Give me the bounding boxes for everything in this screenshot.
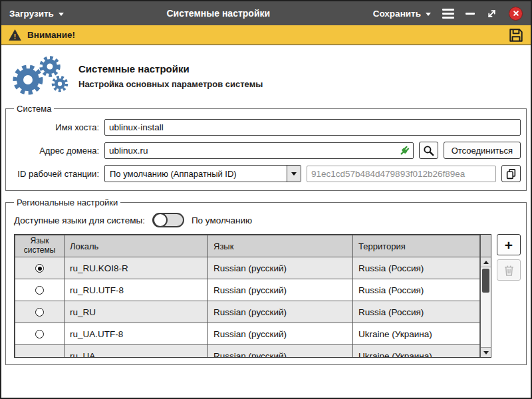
cell-territory: Russia (Россия) xyxy=(353,301,480,323)
page-subtitle: Настройка основных параметров системы xyxy=(78,79,263,89)
radio-icon[interactable] xyxy=(35,286,44,295)
system-section: Система Имя хоста: Адрес домена: xyxy=(5,104,527,191)
radio-icon[interactable] xyxy=(35,308,44,317)
radio-icon[interactable] xyxy=(35,330,44,338)
window-title: Системные настройки xyxy=(64,8,373,19)
domain-input[interactable] xyxy=(104,142,414,159)
page-header: Системные настройки Настройка основных п… xyxy=(1,51,531,102)
chevron-down-icon xyxy=(291,172,297,176)
locales-table-frame: Язык системы Локаль Язык Территория ru_R… xyxy=(14,234,491,358)
locales-table: Язык системы Локаль Язык Территория ru_R… xyxy=(15,235,480,358)
titlebar-controls: Сохранить xyxy=(373,7,523,21)
expand-button[interactable] xyxy=(486,8,497,19)
scroll-up-button[interactable] xyxy=(481,257,491,267)
cell-locale: ru_RU xyxy=(65,301,208,323)
toggle-knob-icon xyxy=(153,213,168,227)
locales-table-area: Язык системы Локаль Язык Территория ru_R… xyxy=(14,234,521,358)
chevron-down-icon xyxy=(426,13,431,16)
add-icon: + xyxy=(505,238,513,252)
page-header-text: Системные настройки Настройка основных п… xyxy=(78,63,263,89)
disconnect-button[interactable]: Отсоединиться xyxy=(444,142,521,159)
add-locale-button[interactable]: + xyxy=(497,234,521,255)
vertical-scrollbar[interactable] xyxy=(480,235,491,357)
titlebar: Загрузить Системные настройки Сохранить xyxy=(1,1,531,25)
scroll-up-icon xyxy=(483,261,489,264)
cell-language: Russian (русский) xyxy=(208,257,353,279)
radio-selected-icon[interactable] xyxy=(35,264,44,273)
col-header-territory: Территория xyxy=(353,235,480,257)
search-icon xyxy=(423,145,434,156)
cell-language: Russian (русский) xyxy=(208,323,353,345)
gears-icon xyxy=(8,55,69,97)
warning-text: Внимание! xyxy=(27,30,75,40)
station-id-mode-select[interactable]: По умолчанию (Аппаратный ID) xyxy=(104,165,301,182)
domain-search-button[interactable] xyxy=(419,142,438,159)
cell-language: Russian (русский) xyxy=(208,279,353,301)
scroll-down-button[interactable] xyxy=(481,347,491,357)
hostname-row: Имя хоста: xyxy=(11,119,521,136)
load-menu-button[interactable]: Загрузить xyxy=(9,9,64,19)
delete-locale-button-disabled xyxy=(497,259,521,281)
trash-icon xyxy=(504,265,514,276)
domain-row: Адрес домена: xyxy=(11,142,521,159)
save-menu-label: Сохранить xyxy=(373,9,421,19)
cell-language: Russian (русский) xyxy=(208,301,353,323)
station-id-label: ID рабочей станции: xyxy=(11,169,99,179)
table-row[interactable]: ru_RU Russian (русский) Russia (Россия) xyxy=(15,301,480,323)
minimize-button[interactable] xyxy=(466,13,475,15)
domain-label: Адрес домена: xyxy=(11,146,99,156)
station-id-mode-value: По умолчанию (Аппаратный ID) xyxy=(105,166,287,182)
cell-territory: Ukraine (Украина) xyxy=(353,345,480,358)
languages-label: Доступные языки для системы: xyxy=(14,215,145,225)
page-title: Системные настройки xyxy=(78,63,263,74)
cell-locale: ru_UA.UTF-8 xyxy=(65,323,208,345)
scrollbar-corner xyxy=(481,235,491,257)
menu-icon[interactable] xyxy=(442,9,454,19)
languages-toggle-row: Доступные языки для системы: По умолчани… xyxy=(14,213,521,227)
cell-territory: Russia (Россия) xyxy=(353,279,480,301)
save-floppy-button[interactable] xyxy=(508,27,524,43)
col-header-system-language: Язык системы xyxy=(15,235,65,257)
table-header-row: Язык системы Локаль Язык Территория xyxy=(15,235,480,257)
station-id-value-field xyxy=(307,166,496,182)
floppy-icon xyxy=(508,27,524,43)
regional-section-legend: Региональные настройки xyxy=(14,198,120,207)
default-toggle-label: По умолчанию xyxy=(192,215,252,225)
table-row[interactable]: ru_UA.UTF-8 Russian (русский) Ukraine (У… xyxy=(15,323,480,345)
content-area: Системные настройки Настройка основных п… xyxy=(1,45,531,398)
col-header-locale: Локаль xyxy=(65,235,208,257)
combo-dropdown-button[interactable] xyxy=(287,166,301,182)
close-button[interactable] xyxy=(509,7,523,21)
save-menu-button[interactable]: Сохранить xyxy=(373,9,431,19)
hostname-input[interactable] xyxy=(104,119,521,136)
cell-territory: Russia (Россия) xyxy=(353,257,480,279)
regional-section: Региональные настройки Доступные языки д… xyxy=(5,198,527,365)
warning-icon: ! xyxy=(8,29,22,41)
copy-icon xyxy=(505,168,517,180)
system-section-legend: Система xyxy=(14,104,54,114)
system-settings-window: Загрузить Системные настройки Сохранить xyxy=(0,0,532,399)
copy-id-button[interactable] xyxy=(501,165,521,182)
cell-territory: Ukraine (Украина) xyxy=(353,323,480,345)
warning-bar: ! Внимание! xyxy=(1,25,531,45)
default-language-toggle[interactable] xyxy=(152,213,184,227)
cell-language: Russian (русский) xyxy=(208,345,353,358)
scrollbar-track[interactable] xyxy=(481,267,491,347)
svg-text:!: ! xyxy=(14,33,17,41)
scroll-down-icon xyxy=(483,351,489,354)
scrollbar-thumb[interactable] xyxy=(482,269,489,293)
table-row[interactable]: ru_RU.UTF-8 Russian (русский) Russia (Ро… xyxy=(15,279,480,301)
hostname-label: Имя хоста: xyxy=(11,122,99,132)
col-header-language: Язык xyxy=(208,235,353,257)
cell-locale: ru_UA xyxy=(65,345,208,358)
cell-locale: ru_RU.UTF-8 xyxy=(65,279,208,301)
chevron-down-icon xyxy=(59,13,64,16)
table-row[interactable]: ru_UA Russian (русский) Ukraine (Украина… xyxy=(15,345,480,358)
load-menu-label: Загрузить xyxy=(9,9,54,19)
table-row[interactable]: ru_RU.KOI8-R Russian (русский) Russia (Р… xyxy=(15,257,480,279)
table-side-buttons: + xyxy=(497,234,521,281)
station-id-row: ID рабочей станции: По умолчанию (Аппара… xyxy=(11,165,521,182)
cell-locale: ru_RU.KOI8-R xyxy=(65,257,208,279)
